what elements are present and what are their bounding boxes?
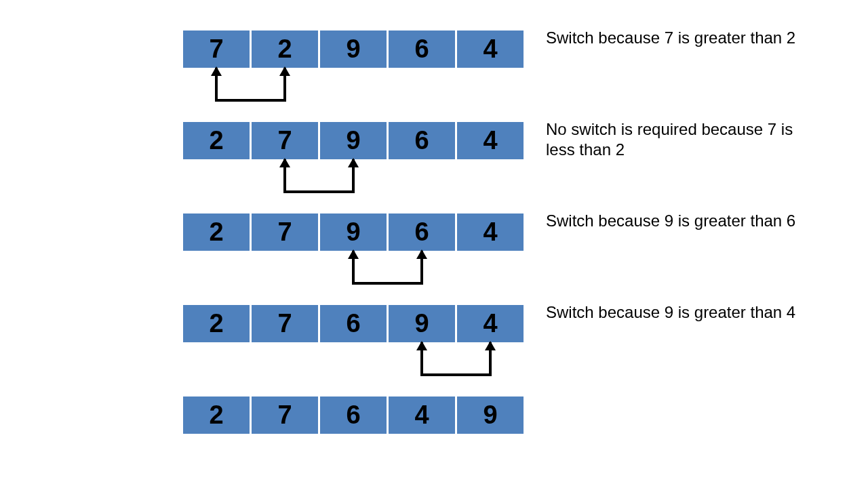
- swap-connector-icon: [352, 251, 423, 285]
- step-caption: No switch is required because 7 is less …: [546, 119, 804, 160]
- step-caption: Switch because 9 is greater than 4: [546, 302, 804, 323]
- array-cell: 7: [252, 305, 318, 342]
- swap-connector-icon: [420, 342, 492, 376]
- array-cell: 4: [457, 30, 524, 68]
- array-cell: 9: [389, 305, 455, 342]
- array-cell: 2: [183, 122, 250, 159]
- sort-step: 27694Switch because 9 is greater than 4: [183, 305, 834, 396]
- array-cell: 6: [389, 30, 455, 68]
- sort-step: 27964Switch because 9 is greater than 6: [183, 214, 834, 305]
- array-cell: 9: [320, 122, 387, 159]
- array-cell: 4: [457, 122, 524, 159]
- array-cell: 2: [252, 30, 318, 68]
- array-cell: 2: [183, 214, 250, 251]
- array-cell: 9: [320, 214, 387, 251]
- swap-connector-icon: [215, 68, 286, 102]
- array-cell: 4: [457, 305, 524, 342]
- array-cell: 4: [457, 214, 524, 251]
- array-cell: 7: [252, 214, 318, 251]
- step-caption: Switch because 9 is greater than 6: [546, 211, 804, 231]
- sort-step: 27649: [183, 396, 834, 444]
- sort-step: 72964Switch because 7 is greater than 2: [183, 30, 834, 122]
- array-cell: 6: [389, 214, 455, 251]
- array-cell: 6: [320, 396, 387, 434]
- array-cell: 7: [252, 122, 318, 159]
- array-cell: 6: [320, 305, 387, 342]
- array-cell: 6: [389, 122, 455, 159]
- array-cell: 2: [183, 396, 250, 434]
- step-caption: Switch because 7 is greater than 2: [546, 28, 804, 48]
- array-cell: 7: [183, 30, 250, 68]
- sort-step: 27964No switch is required because 7 is …: [183, 122, 834, 214]
- array-cell: 9: [320, 30, 387, 68]
- swap-connector-icon: [283, 159, 355, 193]
- array-cell: 4: [389, 396, 455, 434]
- array-cell: 7: [252, 396, 318, 434]
- array-row: 27649: [183, 396, 834, 434]
- array-cell: 9: [457, 396, 524, 434]
- array-cell: 2: [183, 305, 250, 342]
